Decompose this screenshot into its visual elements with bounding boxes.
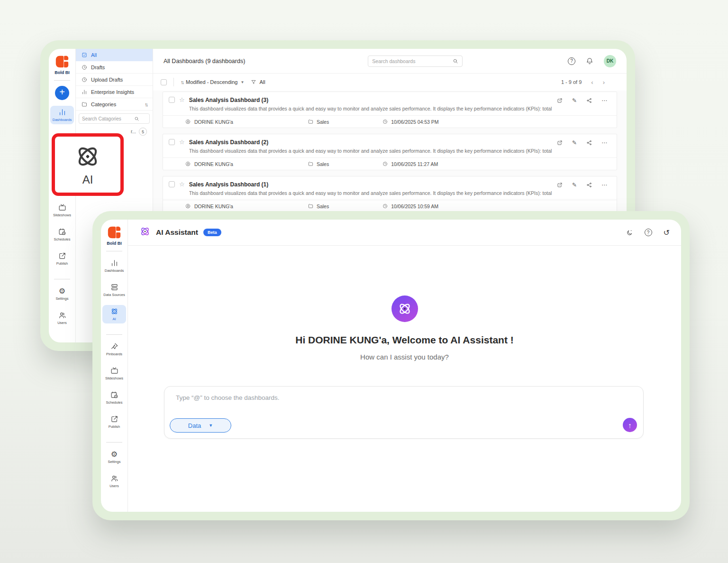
dashboard-row[interactable]: ☆ Sales Analysis Dashboard (3) This dash… (163, 92, 617, 128)
rail-item-slideshows[interactable]: Slideshows (102, 364, 126, 383)
row-checkbox[interactable] (169, 97, 175, 103)
favorite-star-icon[interactable]: ☆ (179, 181, 185, 188)
arrow-up-icon: ↑ (628, 421, 632, 429)
divider (54, 80, 70, 81)
favorite-star-icon[interactable]: ☆ (179, 97, 185, 103)
nav-item-enterprise-insights[interactable]: Enterprise Insights (76, 86, 153, 98)
favorite-star-icon[interactable]: ☆ (179, 139, 185, 146)
dashboard-row[interactable]: ☆ Sales Analysis Dashboard (1) This dash… (163, 176, 617, 212)
send-button[interactable]: ↑ (623, 418, 637, 432)
data-source-dropdown[interactable]: Data ▼ (170, 418, 231, 433)
create-button[interactable]: + (55, 86, 69, 100)
page-title: All Dashboards (9 dashboards) (164, 58, 245, 65)
category-name: Sales (317, 119, 329, 125)
theme-moon-icon[interactable] (626, 229, 633, 236)
owner-name: DORINE KUNG'a (194, 203, 233, 209)
rail-item-users[interactable]: Users (50, 309, 74, 327)
database-icon (110, 283, 118, 291)
notifications-icon[interactable] (586, 57, 593, 65)
chevron-down-icon: ▼ (240, 80, 244, 84)
more-options-icon[interactable]: ⋯ (601, 182, 607, 188)
rail-item-pinboards[interactable]: Pinboards (102, 340, 126, 359)
chat-input[interactable] (176, 394, 615, 414)
dashboard-row[interactable]: ☆ Sales Analysis Dashboard (2) This dash… (163, 134, 617, 170)
dashboard-title[interactable]: Sales Analysis Dashboard (3) (189, 97, 553, 103)
sort-dropdown[interactable]: ↑↓ Modified - Descending ▼ (181, 79, 244, 85)
rail-item-publish[interactable]: Publish (102, 413, 126, 431)
owner-name: DORINE KUNG'a (194, 161, 233, 167)
modified-date: 10/06/2025 10:59 AM (391, 203, 438, 209)
rail-item-data-sources[interactable]: Data Sources (102, 281, 126, 299)
share-icon[interactable] (586, 182, 592, 188)
category-search-input[interactable] (82, 116, 134, 121)
funnel-icon (251, 79, 256, 85)
gear-icon: ⚙ (111, 450, 118, 458)
rail-item-settings[interactable]: ⚙ Settings (102, 448, 126, 466)
clock-icon (382, 203, 388, 209)
filter-dropdown[interactable]: All (251, 79, 265, 85)
modified-date: 10/06/2025 04:53 PM (391, 119, 438, 125)
help-icon[interactable]: ? (645, 229, 652, 236)
ai-assistant-title: AI Assistant (156, 228, 198, 237)
dashboard-title[interactable]: Sales Analysis Dashboard (1) (189, 181, 553, 188)
users-icon (58, 311, 66, 319)
nav-item-categories[interactable]: Categories ↑↓ (76, 98, 153, 111)
prev-page-button[interactable]: ‹ (591, 79, 593, 86)
ai-assistant-window: Bold BI Dashboards Data Sources AI Pinbo… (92, 211, 690, 520)
rail-item-slideshows[interactable]: Slideshows (50, 201, 74, 220)
brand-logo: Bold BI (107, 226, 122, 246)
rail-item-schedules[interactable]: Schedules (102, 388, 126, 407)
more-options-icon[interactable]: ⋯ (601, 140, 607, 146)
clock-icon (82, 65, 87, 70)
owner-icon (185, 203, 191, 209)
checked-square-icon (82, 52, 87, 58)
ai-button-label: AI (82, 173, 93, 186)
ai-atom-icon (110, 307, 118, 315)
divider (106, 442, 122, 443)
next-page-button[interactable]: › (603, 79, 605, 86)
rail-item-users[interactable]: Users (102, 472, 126, 490)
row-checkbox[interactable] (169, 139, 175, 145)
nav-item-all[interactable]: All (76, 49, 153, 61)
boldbi-logo-icon (107, 226, 121, 239)
rail-item-schedules[interactable]: Schedules (50, 225, 74, 244)
greeting-text: Hi DORINE KUNG'a, Welcome to AI Assistan… (295, 334, 513, 346)
nav-item-drafts[interactable]: Drafts (76, 61, 153, 74)
ai-button-highlight[interactable]: AI (52, 133, 124, 196)
history-reset-icon[interactable]: ↺ (664, 229, 670, 236)
rail-item-dashboards[interactable]: Dashboards (50, 106, 74, 124)
users-icon (110, 474, 118, 482)
edit-icon[interactable]: ✎ (572, 98, 577, 103)
select-all-checkbox[interactable] (161, 79, 167, 85)
row-checkbox[interactable] (169, 181, 175, 187)
owner-icon (185, 119, 191, 124)
dashboard-description: This dashboard visualizes data that prov… (189, 190, 553, 196)
nav-item-upload-drafts[interactable]: Upload Drafts (76, 74, 153, 86)
ai-assistant-header: AI Assistant Beta ? ↺ (128, 220, 681, 246)
rail-item-publish[interactable]: Publish (50, 249, 74, 268)
owner-name: DORINE KUNG'a (194, 119, 233, 125)
rail-item-ai[interactable]: AI (102, 305, 126, 323)
open-external-icon[interactable] (557, 98, 563, 103)
list-toolbar: ↑↓ Modified - Descending ▼ All 1 - 9 of … (153, 74, 627, 91)
open-external-icon[interactable] (557, 182, 563, 188)
assist-subtitle: How can I assist you today? (360, 353, 449, 361)
help-icon[interactable]: ? (568, 57, 575, 65)
dashboard-title[interactable]: Sales Analysis Dashboard (2) (189, 139, 553, 146)
dashboard-search-input[interactable] (372, 58, 453, 64)
chevron-down-icon: ▼ (209, 423, 213, 428)
edit-icon[interactable]: ✎ (572, 140, 577, 146)
sort-icon[interactable]: ↑↓ (145, 102, 147, 107)
avatar[interactable]: DK (604, 55, 616, 67)
open-external-icon[interactable] (557, 140, 563, 146)
divider (106, 334, 122, 335)
ai-avatar-orb (391, 295, 418, 322)
share-icon[interactable] (586, 140, 592, 146)
rail-item-settings[interactable]: ⚙ Settings (50, 285, 74, 303)
owner-icon (185, 161, 191, 166)
edit-icon[interactable]: ✎ (572, 182, 577, 188)
divider (106, 251, 122, 251)
share-icon[interactable] (586, 98, 592, 103)
more-options-icon[interactable]: ⋯ (601, 98, 607, 103)
rail-item-dashboards[interactable]: Dashboards (102, 257, 126, 275)
